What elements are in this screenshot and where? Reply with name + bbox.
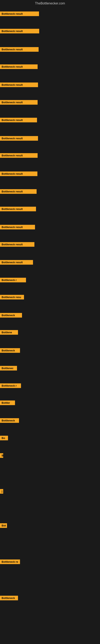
bottleneck-bar-row: | [0,489,3,494]
bottleneck-result-label: Bottleneck result [0,225,35,230]
bottleneck-bar-row: Bottleneck re [0,560,20,565]
bottleneck-result-label: Bottleneck result [0,207,36,211]
bottleneck-bar-row: B [0,453,3,459]
bottleneck-result-label: Bot [0,523,7,528]
bottleneck-bar-row: Bottleneck result [0,242,34,248]
bottleneck-bar-row: Bottleneck result [0,47,39,52]
bottleneck-bar-row: Bottleneck result [0,153,38,158]
bottleneck-bar-row: Bottlenec [0,366,17,371]
bottleneck-result-label: Bottleneck r [0,384,21,388]
bottleneck-bar-row: Bottleneck result [0,225,35,230]
bottleneck-bar-row: Bottleneck result [0,12,39,17]
bottleneck-result-label: Bottleneck [0,418,19,423]
bottleneck-result-label: Bottleneck result [0,12,39,16]
bottleneck-result-label: Bottleneck [0,596,18,600]
bottleneck-result-label: Bottleneck result [0,118,37,122]
bottleneck-result-label: Bottleneck result [0,29,39,34]
bottleneck-result-label: Bottleneck [0,313,22,318]
bottleneck-result-label: Bottleneck result [0,47,39,52]
site-title: TheBottlenecker.com [0,0,100,7]
bottleneck-bar-row: Bot [0,523,7,529]
bottleneck-bar-row: Bottleneck [0,418,19,424]
bottleneck-result-label: Bottleneck result [0,64,38,69]
bottleneck-bar-row: Bottler [0,400,15,406]
bottleneck-result-label: Bottleneck re [0,560,20,564]
bottleneck-result-label: Bottleneck result [0,260,33,265]
bottleneck-result-label: B [0,453,3,458]
bottleneck-result-label: Bottleneck [0,348,20,353]
bottleneck-result-label: Bottleneck result [0,136,38,141]
bottleneck-bar-row: Bottleneck result [0,189,37,194]
bottleneck-bar-row: Bottleneck result [0,136,38,142]
bottleneck-result-label: Bottleneck result [0,82,38,87]
bottleneck-result-label: Bottler [0,400,15,405]
bottleneck-bar-row: Bottleneck [0,313,22,318]
bottleneck-bar-row: Bottleneck result [0,82,38,88]
bottleneck-result-label: Bottleneck result [0,242,34,247]
bottleneck-bar-row: Bottleneck [0,348,20,354]
bottleneck-result-label: Bo [0,436,8,440]
bottleneck-result-label: Bottlene [0,330,18,335]
bottleneck-bar-row: Bottleneck r [0,384,21,389]
bottleneck-bar-row: Bottlene [0,330,18,336]
bottleneck-result-label: Bottleneck result [0,172,37,176]
bottleneck-result-label: Bottleneck result [0,189,37,194]
bottleneck-bar-row: Bottleneck result [0,172,37,177]
bottleneck-bar-row: Bottleneck result [0,207,36,212]
bottleneck-result-label: | [0,489,3,494]
bottleneck-bar-row: Bottleneck result [0,118,37,123]
bottleneck-result-label: Bottleneck resu [0,295,24,300]
bottleneck-bar-row: Bottleneck result [0,29,39,34]
bottleneck-bar-row: Bottleneck result [0,100,38,106]
bottleneck-bar-row: Bottleneck result [0,64,38,70]
bottleneck-bar-row: Bottleneck r [0,278,26,283]
bottleneck-bar-row: Bottleneck [0,596,18,601]
bottleneck-bar-row: Bottleneck result [0,260,33,266]
bottleneck-bar-row: Bottleneck resu [0,295,24,300]
bottleneck-result-label: Bottleneck result [0,153,38,158]
bottleneck-bar-row: Bo [0,436,8,441]
bottleneck-result-label: Bottlenec [0,366,17,370]
bottleneck-result-label: Bottleneck result [0,100,38,105]
bottleneck-result-label: Bottleneck r [0,278,26,282]
